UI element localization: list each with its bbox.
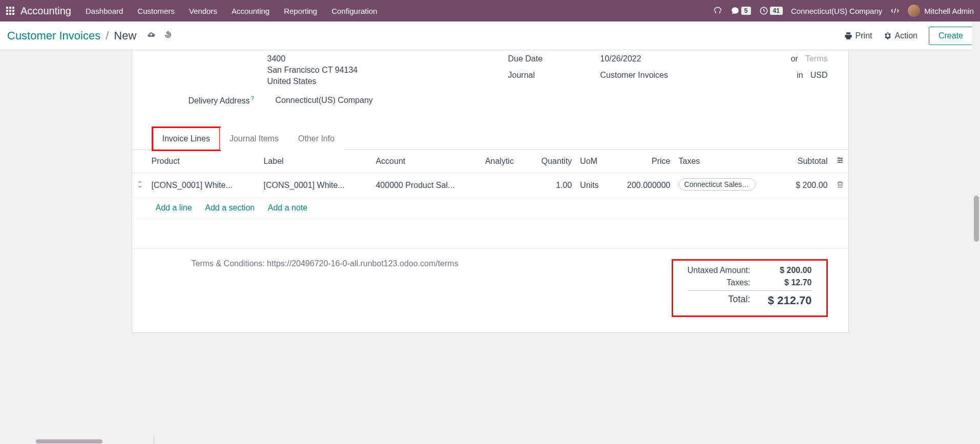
terms-conditions[interactable]: Terms & Conditions: https://20496720-16-… — [153, 259, 458, 317]
create-button[interactable]: Create — [929, 27, 973, 45]
journal-label: Journal — [508, 71, 600, 80]
journal-value[interactable]: Customer Invoices — [600, 71, 790, 80]
menu-accounting[interactable]: Accounting — [232, 7, 269, 15]
cell-taxes[interactable]: Connecticut Sales Tax ( — [675, 173, 782, 198]
delivery-address-value[interactable]: Connecticut(US) Company — [276, 96, 373, 105]
add-a-line[interactable]: Add a line — [156, 203, 192, 212]
taxes-value: $ 12.70 — [766, 278, 812, 287]
col-analytic: Analytic — [481, 150, 527, 173]
breadcrumb-current: New — [114, 29, 136, 43]
tab-invoice-lines[interactable]: Invoice Lines — [153, 128, 220, 150]
tax-tag[interactable]: Connecticut Sales Tax ( — [679, 178, 756, 191]
col-price: Price — [610, 150, 674, 173]
form-sheet: 3400 San Francisco CT 94134 United State… — [132, 50, 849, 333]
print-label: Print — [856, 31, 872, 40]
due-date-value[interactable]: 10/26/2022 — [600, 54, 784, 64]
apps-icon[interactable] — [6, 7, 14, 15]
tabs: Invoice Lines Journal Items Other Info — [132, 127, 848, 150]
in-text: in — [797, 71, 803, 80]
menu-configuration[interactable]: Configuration — [331, 7, 377, 15]
menu-vendors[interactable]: Vendors — [189, 7, 217, 15]
activities-icon[interactable]: 41 — [759, 6, 783, 15]
cell-account[interactable]: 400000 Product Sal... — [371, 173, 481, 198]
delete-row-icon[interactable] — [832, 173, 848, 198]
cloud-save-icon[interactable] — [147, 31, 156, 41]
avatar — [908, 5, 920, 17]
col-subtotal: Subtotal — [781, 150, 831, 173]
topbar: Accounting Dashboard Customers Vendors A… — [0, 0, 980, 22]
cell-price[interactable]: 200.000000 — [610, 173, 674, 198]
col-product: Product — [148, 150, 260, 173]
invoice-lines-table: Product Label Account Analytic Quantity … — [132, 150, 848, 249]
messages-icon[interactable]: 5 — [731, 6, 751, 15]
sheet-footer: Terms & Conditions: https://20496720-16-… — [132, 249, 848, 332]
untaxed-value: $ 200.00 — [766, 266, 812, 275]
support-icon[interactable] — [713, 6, 722, 15]
address-line2: San Francisco CT 94134 — [267, 66, 508, 75]
total-label: Total: — [687, 294, 750, 307]
cell-label[interactable]: [CONS_0001] White... — [259, 173, 371, 198]
due-date-label: Due Date — [508, 54, 600, 64]
menu-dashboard[interactable]: Dashboard — [86, 7, 123, 15]
col-taxes: Taxes — [675, 150, 782, 173]
or-text: or — [791, 54, 798, 64]
add-row: Add a line Add a section Add a note — [132, 198, 848, 218]
col-label: Label — [259, 150, 371, 173]
breadcrumb-sep: / — [106, 29, 109, 43]
menu-reporting[interactable]: Reporting — [284, 7, 317, 15]
totals-box: Untaxed Amount: $ 200.00 Taxes: $ 12.70 … — [672, 259, 828, 317]
control-panel-right: Print Action Create — [844, 27, 973, 45]
cell-subtotal: $ 200.00 — [781, 173, 831, 198]
control-panel: Customer Invoices / New Print Action Cre… — [0, 22, 980, 50]
user-name: Mitchell Admin — [924, 7, 974, 15]
menu-customers[interactable]: Customers — [137, 7, 175, 15]
messages-badge: 5 — [741, 7, 751, 15]
taxes-label: Taxes: — [687, 278, 750, 287]
breadcrumb-root[interactable]: Customer Invoices — [7, 29, 100, 43]
drag-handle-icon[interactable] — [132, 173, 148, 198]
user-menu[interactable]: Mitchell Admin — [908, 5, 974, 17]
help-icon[interactable]: ? — [251, 95, 254, 101]
address-line3: United States — [267, 77, 508, 86]
breadcrumb: Customer Invoices / New — [7, 29, 172, 43]
address-line1: 3400 — [267, 54, 508, 64]
cell-analytic[interactable] — [481, 173, 527, 198]
column-options-icon[interactable] — [836, 157, 844, 166]
cell-uom[interactable]: Units — [576, 173, 610, 198]
payment-terms-input[interactable]: Terms — [805, 54, 828, 64]
vertical-scrollbar[interactable] — [972, 22, 980, 333]
company-selector[interactable]: Connecticut(US) Company — [791, 7, 882, 15]
activities-badge: 41 — [770, 7, 783, 15]
col-uom: UoM — [576, 150, 610, 173]
topbar-right: 5 41 Connecticut(US) Company Mitchell Ad… — [713, 5, 974, 17]
tab-journal-items[interactable]: Journal Items — [220, 128, 288, 150]
tab-other-info[interactable]: Other Info — [288, 128, 344, 150]
action-label: Action — [895, 31, 918, 40]
add-a-section[interactable]: Add a section — [205, 203, 255, 212]
table-row[interactable]: [CONS_0001] White... [CONS_0001] White..… — [132, 173, 848, 198]
add-a-note[interactable]: Add a note — [268, 203, 307, 212]
delivery-address-label: Delivery Address? — [189, 95, 276, 105]
cell-product[interactable]: [CONS_0001] White... — [148, 173, 260, 198]
debug-icon[interactable] — [890, 6, 900, 15]
col-account: Account — [371, 150, 481, 173]
scrollbar-thumb[interactable] — [974, 196, 979, 242]
cell-quantity[interactable]: 1.00 — [527, 173, 576, 198]
col-quantity: Quantity — [527, 150, 576, 173]
untaxed-label: Untaxed Amount: — [687, 266, 750, 275]
main-menu: Dashboard Customers Vendors Accounting R… — [86, 7, 713, 15]
discard-icon[interactable] — [164, 31, 172, 41]
currency-value[interactable]: USD — [810, 71, 828, 80]
print-button[interactable]: Print — [844, 31, 872, 40]
total-value: $ 212.70 — [766, 294, 812, 307]
app-brand[interactable]: Accounting — [20, 5, 71, 17]
action-button[interactable]: Action — [884, 31, 918, 40]
